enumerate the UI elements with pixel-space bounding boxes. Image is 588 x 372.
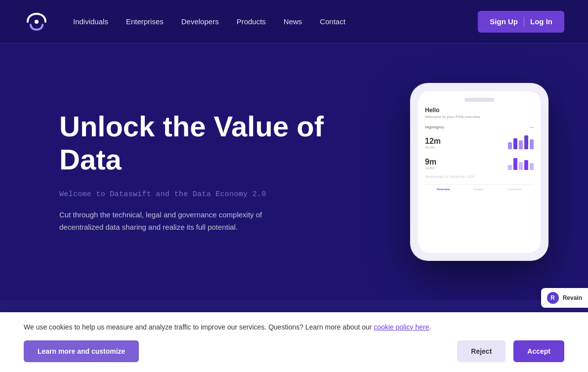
phone-stat-2: 9m 24.8% [425, 158, 436, 170]
nav-contact[interactable]: Contact [320, 17, 345, 26]
logo-link[interactable] [24, 9, 49, 35]
phone-stat-row-2: 9m 24.8% [425, 154, 534, 170]
phone-bars-2 [508, 154, 534, 170]
nav-enterprises[interactable]: Enterprises [126, 17, 164, 26]
phone-welcome-text: Welcome to your PDA overview [425, 115, 534, 119]
cookie-text-after: . [429, 323, 431, 331]
main-nav: Individuals Enterprises Developers Produ… [73, 17, 478, 26]
phone-bars-1 [508, 133, 534, 149]
hero-description: Cut through the technical, legal and gov… [59, 208, 267, 234]
phone-date: Wednesday 14 September 2020 [425, 175, 534, 178]
phone-nav-insights: Insights [473, 188, 484, 191]
cookie-actions: Learn more and customize Reject Accept [24, 340, 564, 362]
phone-notch [464, 98, 494, 102]
revain-icon: R [547, 292, 559, 304]
site-header: Individuals Enterprises Developers Produ… [0, 0, 588, 43]
hero-subtitle: Welcome to Dataswift and the Data Econom… [59, 190, 336, 199]
divider [524, 17, 524, 27]
phone-hello-text: Hello [425, 107, 534, 114]
phone-nav-conversion: Conversion [507, 188, 522, 191]
phone-mockup: Hello Welcome to your PDA overview Highl… [410, 83, 548, 261]
header-actions: Sign Up Log In [478, 11, 564, 33]
phone-stat-1: 12m 56.0% [425, 137, 441, 149]
learn-more-customize-button[interactable]: Learn more and customize [24, 340, 139, 362]
nav-products[interactable]: Products [237, 17, 266, 26]
auth-button[interactable]: Sign Up Log In [478, 11, 564, 33]
phone-outer: Hello Welcome to your PDA overview Highl… [410, 83, 548, 261]
accept-button[interactable]: Accept [513, 340, 564, 362]
log-in-label: Log In [530, 17, 552, 26]
cookie-banner: We use cookies to help us measure and an… [0, 312, 588, 372]
cookie-text: We use cookies to help us measure and an… [24, 322, 564, 332]
hero-title: Unlock the Value of Data [59, 110, 336, 176]
revain-label: Revain [563, 294, 582, 301]
phone-bottom-nav: Overview Insights Conversion [425, 184, 534, 191]
hero-content: Unlock the Value of Data Welcome to Data… [59, 110, 336, 233]
revain-badge[interactable]: R Revain [541, 288, 588, 308]
phone-nav-overview: Overview [437, 188, 450, 191]
nav-developers[interactable]: Developers [181, 17, 219, 26]
hero-section: Unlock the Value of Data Welcome to Data… [0, 43, 588, 300]
phone-highlights-label: Highlights ••• [425, 125, 534, 129]
reject-button[interactable]: Reject [457, 340, 505, 362]
phone-stat-row-1: 12m 56.0% [425, 133, 534, 149]
nav-news[interactable]: News [284, 17, 302, 26]
cookie-text-before: We use cookies to help us measure and an… [24, 323, 374, 331]
sign-up-label: Sign Up [490, 17, 518, 26]
svg-point-1 [35, 20, 39, 24]
cookie-policy-link[interactable]: cookie policy here [374, 323, 429, 331]
nav-individuals[interactable]: Individuals [73, 17, 108, 26]
phone-screen: Hello Welcome to your PDA overview Highl… [418, 91, 541, 253]
